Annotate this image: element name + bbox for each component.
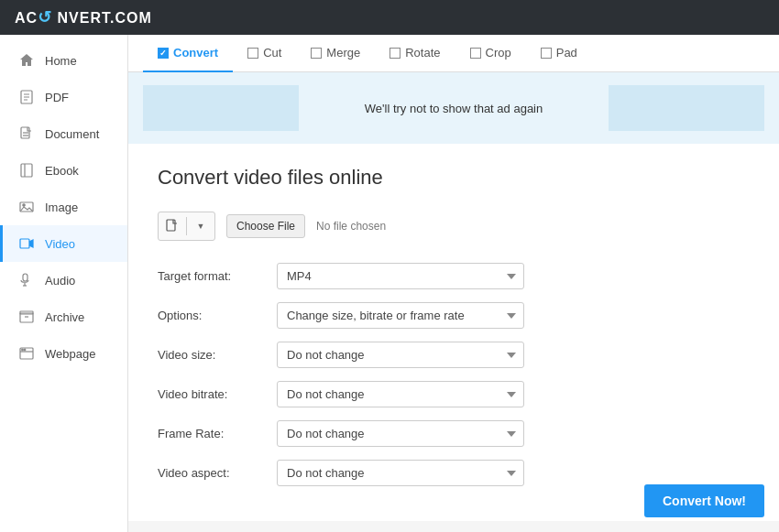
svg-point-10 — [23, 204, 25, 206]
file-dropdown-button[interactable]: ▼ — [187, 212, 214, 240]
ebook-icon — [17, 161, 36, 179]
tab-rotate[interactable]: Rotate — [375, 35, 455, 72]
sidebar-item-webpage[interactable]: Webpage — [0, 335, 127, 372]
video-bitrate-label: Video bitrate: — [158, 387, 277, 401]
ad-side-left — [143, 85, 299, 131]
sidebar-item-video[interactable]: Video — [0, 225, 127, 262]
video-bitrate-row: Video bitrate: Do not change — [158, 381, 750, 407]
page-title: Convert video files online — [158, 166, 750, 190]
choose-file-button[interactable]: Choose File — [226, 214, 305, 238]
tab-pad-checkbox — [541, 48, 552, 59]
file-chooser-row: ▼ Choose File No file chosen — [158, 212, 750, 241]
tab-label: Merge — [326, 46, 360, 60]
tab-label: Convert — [173, 46, 218, 60]
tab-cut-checkbox — [247, 48, 258, 59]
target-format-row: Target format: MP4 — [158, 263, 750, 289]
content-area: Convert video files online ▼ Choos — [128, 144, 779, 521]
tab-merge-checkbox — [311, 48, 322, 59]
frame-rate-row: Frame Rate: Do not change — [158, 420, 750, 447]
tab-label: Crop — [486, 46, 511, 60]
svg-rect-12 — [23, 274, 27, 281]
video-aspect-select[interactable]: Do not change — [277, 460, 524, 486]
header: AC↺ NVERT.COM — [0, 0, 779, 35]
video-icon — [17, 234, 36, 253]
archive-icon — [17, 308, 36, 326]
sidebar-item-audio[interactable]: Audio — [0, 262, 127, 299]
convert-now-button[interactable]: Convert Now! — [644, 484, 764, 517]
svg-rect-7 — [21, 164, 32, 177]
options-label: Options: — [158, 309, 277, 322]
video-aspect-label: Video aspect: — [158, 466, 277, 480]
tab-merge[interactable]: Merge — [296, 35, 375, 72]
sidebar-item-label: Document — [45, 127, 99, 141]
sidebar-item-label: Ebook — [45, 164, 79, 178]
sidebar-item-label: Home — [45, 54, 77, 68]
sidebar-item-ebook[interactable]: Ebook — [0, 152, 127, 189]
tab-label: Rotate — [405, 46, 440, 60]
home-icon — [17, 51, 36, 70]
options-row: Options: Change size, bitrate or frame r… — [158, 302, 750, 329]
sidebar: Home PDF Document Ebook Image — [0, 35, 128, 532]
main-content: Convert video files online ▼ Choos — [128, 144, 779, 521]
svg-rect-11 — [20, 239, 29, 248]
sidebar-item-label: Image — [45, 201, 78, 214]
audio-icon — [17, 271, 36, 289]
video-size-row: Video size: Do not change — [158, 342, 750, 368]
tab-cut[interactable]: Cut — [233, 35, 296, 72]
no-file-text: No file chosen — [316, 220, 386, 233]
tab-convert-checkbox: ✓ — [158, 48, 169, 59]
tab-label: Cut — [263, 46, 281, 60]
sidebar-item-pdf[interactable]: PDF — [0, 79, 127, 115]
sidebar-item-home[interactable]: Home — [0, 42, 127, 79]
svg-rect-22 — [167, 220, 175, 231]
tab-crop-checkbox — [470, 48, 481, 59]
image-icon — [17, 198, 36, 216]
sidebar-item-label: Archive — [45, 310, 84, 324]
svg-point-20 — [22, 349, 24, 351]
frame-rate-label: Frame Rate: — [158, 427, 277, 440]
logo: AC↺ NVERT.COM — [15, 7, 152, 27]
video-aspect-row: Video aspect: Do not change — [158, 460, 750, 486]
svg-point-21 — [24, 349, 26, 351]
video-size-select[interactable]: Do not change — [277, 342, 524, 368]
logo-icon: ↺ — [38, 8, 52, 27]
target-format-select[interactable]: MP4 — [277, 263, 524, 289]
pdf-icon — [17, 88, 36, 106]
sidebar-item-image[interactable]: Image — [0, 189, 127, 225]
tab-pad[interactable]: Pad — [526, 35, 592, 72]
sidebar-item-document[interactable]: Document — [0, 115, 127, 152]
document-icon — [17, 125, 36, 143]
ad-side-right — [609, 85, 764, 131]
logo-ac: AC — [15, 10, 38, 26]
frame-rate-select[interactable]: Do not change — [277, 420, 524, 447]
tab-convert[interactable]: ✓ Convert — [143, 35, 233, 72]
video-bitrate-select[interactable]: Do not change — [277, 381, 524, 407]
main-wrap: ✓ Convert Cut Merge Rotate Crop Pad — [128, 35, 779, 532]
ad-banner: We'll try not to show that ad again — [128, 72, 779, 144]
tab-rotate-checkbox — [390, 48, 400, 59]
layout: Home PDF Document Ebook Image — [0, 35, 779, 532]
convert-btn-wrap: Convert Now! — [644, 484, 764, 517]
sidebar-item-label: Video — [45, 237, 75, 251]
sidebar-item-label: PDF — [45, 91, 69, 104]
webpage-icon — [17, 344, 36, 363]
sidebar-item-label: Audio — [45, 274, 75, 288]
file-icon-group: ▼ — [158, 212, 215, 241]
sidebar-item-archive[interactable]: Archive — [0, 299, 127, 335]
tab-crop[interactable]: Crop — [455, 35, 526, 72]
tab-label: Pad — [556, 46, 577, 60]
logo-rest: NVERT.COM — [52, 10, 152, 26]
ad-text: We'll try not to show that ad again — [299, 102, 609, 115]
sidebar-item-label: Webpage — [45, 347, 95, 361]
video-size-label: Video size: — [158, 348, 277, 362]
file-icon-button[interactable] — [159, 212, 186, 240]
options-select[interactable]: Change size, bitrate or frame rate — [277, 302, 524, 329]
target-format-label: Target format: — [158, 269, 277, 283]
tabs-bar: ✓ Convert Cut Merge Rotate Crop Pad — [128, 35, 779, 72]
